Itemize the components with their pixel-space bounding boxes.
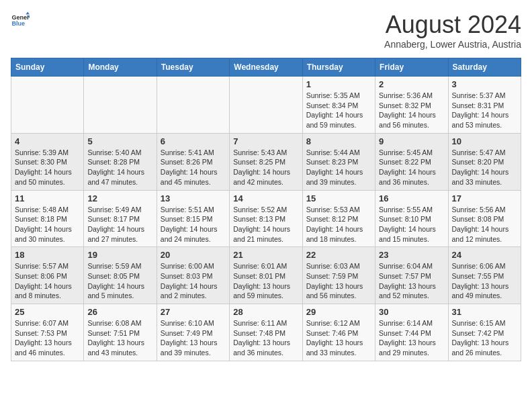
day-info: Sunrise: 6:00 AM Sunset: 8:03 PM Dayligh… — [161, 261, 226, 301]
day-number: 29 — [306, 307, 371, 317]
day-info: Sunrise: 6:15 AM Sunset: 7:42 PM Dayligh… — [452, 318, 517, 358]
day-number: 7 — [233, 136, 298, 146]
day-info: Sunrise: 5:48 AM Sunset: 8:18 PM Dayligh… — [15, 205, 80, 244]
calendar-cell: 10Sunrise: 5:47 AM Sunset: 8:20 PM Dayli… — [448, 133, 521, 190]
calendar-cell — [230, 77, 302, 134]
day-number: 11 — [15, 193, 80, 203]
logo: General Blue — [11, 11, 30, 30]
main-title: August 2024 — [384, 11, 521, 39]
day-number: 31 — [452, 307, 517, 317]
svg-text:General: General — [11, 14, 30, 21]
calendar-week-row: 18Sunrise: 5:57 AM Sunset: 8:06 PM Dayli… — [11, 247, 521, 304]
svg-text:Blue: Blue — [11, 20, 25, 27]
calendar-cell: 24Sunrise: 6:06 AM Sunset: 7:55 PM Dayli… — [448, 247, 521, 304]
calendar-week-row: 4Sunrise: 5:39 AM Sunset: 8:30 PM Daylig… — [11, 133, 521, 190]
col-header-tuesday: Tuesday — [157, 58, 229, 77]
calendar-cell: 16Sunrise: 5:55 AM Sunset: 8:10 PM Dayli… — [375, 190, 448, 247]
col-header-friday: Friday — [375, 58, 448, 77]
day-info: Sunrise: 5:51 AM Sunset: 8:15 PM Dayligh… — [161, 205, 226, 244]
calendar-cell: 21Sunrise: 6:01 AM Sunset: 8:01 PM Dayli… — [230, 247, 302, 304]
day-number: 5 — [87, 136, 152, 146]
day-number: 2 — [379, 79, 444, 89]
day-info: Sunrise: 5:35 AM Sunset: 8:34 PM Dayligh… — [306, 91, 371, 130]
calendar-cell: 19Sunrise: 5:59 AM Sunset: 8:05 PM Dayli… — [84, 247, 157, 304]
calendar-cell — [157, 77, 229, 134]
day-info: Sunrise: 6:03 AM Sunset: 7:59 PM Dayligh… — [306, 261, 371, 301]
day-number: 24 — [452, 250, 517, 260]
calendar-cell: 22Sunrise: 6:03 AM Sunset: 7:59 PM Dayli… — [302, 247, 375, 304]
day-info: Sunrise: 5:39 AM Sunset: 8:30 PM Dayligh… — [15, 148, 80, 187]
calendar-cell: 4Sunrise: 5:39 AM Sunset: 8:30 PM Daylig… — [11, 133, 84, 190]
day-info: Sunrise: 6:08 AM Sunset: 7:51 PM Dayligh… — [87, 318, 152, 358]
day-info: Sunrise: 6:14 AM Sunset: 7:44 PM Dayligh… — [379, 318, 444, 358]
calendar-cell: 3Sunrise: 5:37 AM Sunset: 8:31 PM Daylig… — [448, 77, 521, 134]
day-info: Sunrise: 5:55 AM Sunset: 8:10 PM Dayligh… — [379, 205, 444, 244]
calendar-cell: 8Sunrise: 5:44 AM Sunset: 8:23 PM Daylig… — [302, 133, 375, 190]
calendar-cell: 6Sunrise: 5:41 AM Sunset: 8:26 PM Daylig… — [157, 133, 229, 190]
day-number: 6 — [161, 136, 226, 146]
day-info: Sunrise: 6:01 AM Sunset: 8:01 PM Dayligh… — [233, 261, 298, 301]
col-header-monday: Monday — [84, 58, 157, 77]
day-info: Sunrise: 6:12 AM Sunset: 7:46 PM Dayligh… — [306, 318, 371, 358]
calendar-cell: 13Sunrise: 5:51 AM Sunset: 8:15 PM Dayli… — [157, 190, 229, 247]
day-info: Sunrise: 5:59 AM Sunset: 8:05 PM Dayligh… — [87, 261, 152, 301]
calendar-cell: 27Sunrise: 6:10 AM Sunset: 7:49 PM Dayli… — [157, 304, 229, 361]
title-block: August 2024 Annaberg, Lower Austria, Aus… — [384, 11, 521, 50]
col-header-wednesday: Wednesday — [230, 58, 302, 77]
calendar-cell: 20Sunrise: 6:00 AM Sunset: 8:03 PM Dayli… — [157, 247, 229, 304]
day-info: Sunrise: 5:56 AM Sunset: 8:08 PM Dayligh… — [452, 205, 517, 244]
calendar-cell — [11, 77, 84, 134]
day-info: Sunrise: 5:47 AM Sunset: 8:20 PM Dayligh… — [452, 148, 517, 187]
day-number: 30 — [379, 307, 444, 317]
day-info: Sunrise: 5:43 AM Sunset: 8:25 PM Dayligh… — [233, 148, 298, 187]
calendar-cell: 9Sunrise: 5:45 AM Sunset: 8:22 PM Daylig… — [375, 133, 448, 190]
svg-marker-2 — [26, 11, 30, 14]
calendar-week-row: 11Sunrise: 5:48 AM Sunset: 8:18 PM Dayli… — [11, 190, 521, 247]
calendar-cell: 5Sunrise: 5:40 AM Sunset: 8:28 PM Daylig… — [84, 133, 157, 190]
col-header-thursday: Thursday — [302, 58, 375, 77]
subtitle: Annaberg, Lower Austria, Austria — [384, 39, 521, 50]
day-number: 21 — [233, 250, 298, 260]
calendar-header-row: SundayMondayTuesdayWednesdayThursdayFrid… — [11, 58, 521, 77]
day-info: Sunrise: 6:07 AM Sunset: 7:53 PM Dayligh… — [15, 318, 80, 358]
day-number: 12 — [87, 193, 152, 203]
day-number: 8 — [306, 136, 371, 146]
calendar-cell: 7Sunrise: 5:43 AM Sunset: 8:25 PM Daylig… — [230, 133, 302, 190]
calendar-cell: 25Sunrise: 6:07 AM Sunset: 7:53 PM Dayli… — [11, 304, 84, 361]
day-number: 4 — [15, 136, 80, 146]
calendar-cell: 17Sunrise: 5:56 AM Sunset: 8:08 PM Dayli… — [448, 190, 521, 247]
col-header-sunday: Sunday — [11, 58, 84, 77]
calendar-table: SundayMondayTuesdayWednesdayThursdayFrid… — [11, 58, 521, 361]
calendar-cell — [84, 77, 157, 134]
day-number: 13 — [161, 193, 226, 203]
calendar-cell: 31Sunrise: 6:15 AM Sunset: 7:42 PM Dayli… — [448, 304, 521, 361]
day-info: Sunrise: 5:49 AM Sunset: 8:17 PM Dayligh… — [87, 205, 152, 244]
day-info: Sunrise: 5:40 AM Sunset: 8:28 PM Dayligh… — [87, 148, 152, 187]
day-info: Sunrise: 5:57 AM Sunset: 8:06 PM Dayligh… — [15, 261, 80, 301]
day-number: 18 — [15, 250, 80, 260]
day-number: 14 — [233, 193, 298, 203]
day-number: 16 — [379, 193, 444, 203]
day-info: Sunrise: 5:44 AM Sunset: 8:23 PM Dayligh… — [306, 148, 371, 187]
day-info: Sunrise: 6:04 AM Sunset: 7:57 PM Dayligh… — [379, 261, 444, 301]
day-number: 19 — [87, 250, 152, 260]
logo-icon: General Blue — [11, 11, 30, 30]
day-number: 9 — [379, 136, 444, 146]
day-info: Sunrise: 5:36 AM Sunset: 8:32 PM Dayligh… — [379, 91, 444, 130]
col-header-saturday: Saturday — [448, 58, 521, 77]
calendar-cell: 29Sunrise: 6:12 AM Sunset: 7:46 PM Dayli… — [302, 304, 375, 361]
day-number: 17 — [452, 193, 517, 203]
day-info: Sunrise: 5:53 AM Sunset: 8:12 PM Dayligh… — [306, 205, 371, 244]
calendar-cell: 2Sunrise: 5:36 AM Sunset: 8:32 PM Daylig… — [375, 77, 448, 134]
day-info: Sunrise: 5:52 AM Sunset: 8:13 PM Dayligh… — [233, 205, 298, 244]
day-number: 25 — [15, 307, 80, 317]
calendar-week-row: 1Sunrise: 5:35 AM Sunset: 8:34 PM Daylig… — [11, 77, 521, 134]
day-info: Sunrise: 6:11 AM Sunset: 7:48 PM Dayligh… — [233, 318, 298, 358]
day-number: 23 — [379, 250, 444, 260]
day-number: 10 — [452, 136, 517, 146]
calendar-cell: 18Sunrise: 5:57 AM Sunset: 8:06 PM Dayli… — [11, 247, 84, 304]
day-number: 20 — [161, 250, 226, 260]
day-info: Sunrise: 5:45 AM Sunset: 8:22 PM Dayligh… — [379, 148, 444, 187]
calendar-cell: 11Sunrise: 5:48 AM Sunset: 8:18 PM Dayli… — [11, 190, 84, 247]
day-number: 22 — [306, 250, 371, 260]
